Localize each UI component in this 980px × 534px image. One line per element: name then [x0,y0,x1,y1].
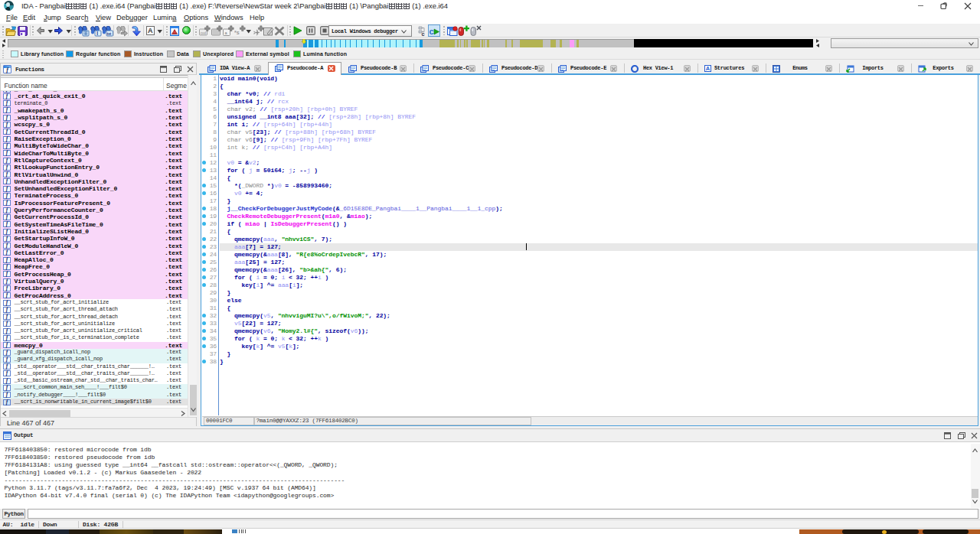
svg-text:c: c [422,31,425,37]
svg-text:txt: txt [106,31,111,35]
svg-text:I: I [96,31,98,36]
svg-text:*s: *s [234,30,240,35]
svg-text:cod: cod [201,31,207,35]
svg-text:c: c [430,27,434,36]
